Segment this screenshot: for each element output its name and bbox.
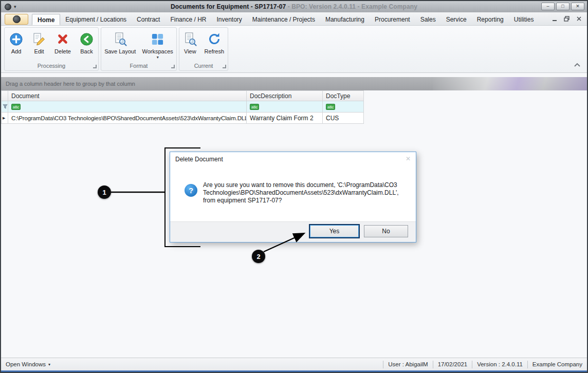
ribbon: Add Edit Delete (1, 26, 587, 73)
tab-home[interactable]: Home (32, 14, 60, 25)
tab-maintenance-projects[interactable]: Maintenance / Projects (247, 14, 320, 25)
grid-filter-row: aBc aBc aBc (1, 101, 364, 113)
statusbar: Open Windows ▾ User : AbigailM 17/02/202… (1, 358, 587, 370)
tab-service[interactable]: Service (441, 14, 472, 25)
refresh-button[interactable]: Refresh (203, 30, 226, 55)
yes-button[interactable]: Yes (310, 225, 359, 237)
cell-document[interactable]: C:\ProgramData\CO3 Technologies\BPO\Shar… (8, 113, 247, 124)
group-panel-decoration (433, 77, 587, 90)
tab-sales[interactable]: Sales (415, 14, 441, 25)
add-icon (9, 31, 24, 47)
edit-icon (32, 31, 46, 47)
dialog-titlebar: Delete Document ✕ (170, 152, 416, 166)
back-icon (79, 31, 94, 47)
group-caption-format: Format (101, 63, 176, 70)
callout-2-badge: 2 (252, 250, 265, 263)
row-indicator: ▶ (1, 113, 8, 124)
filter-cell-docdescription[interactable]: aBc (247, 101, 323, 113)
ribbon-group-processing: Add Edit Delete (4, 27, 99, 71)
group-dialog-launcher-icon[interactable] (93, 65, 97, 68)
cell-docdescription[interactable]: Warranty Claim Form 2 (247, 113, 323, 124)
table-row[interactable]: ▶ C:\ProgramData\CO3 Technologies\BPO\Sh… (1, 113, 364, 124)
group-by-panel[interactable]: Drag a column header here to group by th… (1, 77, 587, 90)
maximize-button[interactable]: □ (556, 3, 569, 10)
view-icon (183, 31, 197, 47)
delete-icon (56, 31, 70, 47)
callout-1-badge: 1 (98, 185, 111, 199)
ribbon-tab-bar: Home Equipment / Locations Contract Fina… (1, 12, 587, 26)
window-bottom-accent (1, 370, 587, 372)
filter-cell-document[interactable]: aBc (8, 101, 247, 113)
tab-equipment-locations[interactable]: Equipment / Locations (60, 14, 132, 25)
column-header-docdescription[interactable]: DocDescription (247, 90, 323, 101)
header-selector-cell (1, 90, 8, 101)
titlebar-dropdown-icon[interactable]: ▾ (14, 4, 16, 9)
app-logo-icon[interactable] (5, 4, 11, 10)
tab-manufacturing[interactable]: Manufacturing (320, 14, 370, 25)
group-caption-current: Current (179, 63, 228, 70)
status-company: Example Company (528, 361, 587, 367)
open-windows-button[interactable]: Open Windows ▾ (1, 361, 50, 367)
abc-filter-icon: aBc (250, 104, 259, 110)
status-user: User : AbigailM (383, 361, 432, 367)
question-icon: ? (185, 184, 197, 197)
group-dialog-launcher-icon[interactable] (223, 65, 226, 68)
column-header-doctype[interactable]: DocType (323, 90, 364, 101)
tab-finance-hr[interactable]: Finance / HR (165, 14, 211, 25)
ribbon-group-current: View Refresh Current (179, 27, 228, 71)
ribbon-group-format: Save Layout Workspaces ▾ Format (101, 27, 177, 71)
save-layout-icon (113, 31, 127, 47)
mdi-close-button[interactable] (576, 16, 582, 22)
save-layout-button[interactable]: Save Layout (103, 30, 137, 55)
delete-button[interactable]: Delete (53, 30, 72, 55)
dialog-close-icon[interactable]: ✕ (406, 155, 411, 162)
tab-reporting[interactable]: Reporting (472, 14, 509, 25)
group-caption-processing-label: Processing (38, 63, 65, 69)
refresh-button-label: Refresh (205, 48, 225, 54)
column-header-document[interactable]: Document (8, 90, 247, 101)
window-title-suffix: - BPO: Version 2.4.0.11 - Example Compan… (286, 3, 417, 10)
dialog-title: Delete Document (175, 156, 223, 163)
mdi-minimize-button[interactable] (552, 16, 558, 22)
grid-column-headers: Document DocDescription DocType (1, 90, 364, 101)
tab-procurement[interactable]: Procurement (370, 14, 415, 25)
tab-utilities[interactable]: Utilities (509, 14, 539, 25)
workspaces-dropdown-icon: ▾ (157, 56, 159, 59)
cell-doctype[interactable]: CUS (323, 113, 364, 124)
add-button-label: Add (11, 48, 22, 54)
group-caption-current-label: Current (194, 63, 213, 69)
application-menu-button[interactable] (5, 14, 28, 25)
tab-contract[interactable]: Contract (132, 14, 165, 25)
no-button[interactable]: No (364, 225, 408, 237)
row-indicator-icon: ▶ (3, 116, 5, 120)
save-layout-button-label: Save Layout (104, 48, 136, 54)
titlebar: ▾ Documents for Equipment - SP1717-07 - … (1, 1, 587, 12)
filter-cell-doctype[interactable]: aBc (323, 101, 364, 113)
abc-filter-icon: aBc (326, 104, 335, 110)
edit-button[interactable]: Edit (30, 30, 48, 55)
abc-filter-icon: aBc (11, 104, 21, 110)
open-windows-label: Open Windows (6, 361, 46, 367)
edit-button-label: Edit (34, 48, 44, 54)
add-button[interactable]: Add (7, 30, 25, 55)
status-version: Version : 2.4.0.11 (472, 361, 527, 367)
minimize-button[interactable]: – (541, 3, 555, 10)
filter-icon[interactable] (1, 101, 8, 113)
tab-inventory[interactable]: Inventory (211, 14, 247, 25)
close-button[interactable]: ✕ (571, 3, 584, 10)
workspaces-button-label: Workspaces (142, 48, 173, 54)
window-title: Documents for Equipment - SP1717-07 - BP… (1, 3, 587, 10)
dialog-footer: Yes No (170, 221, 416, 242)
view-button-label: View (184, 48, 196, 54)
app-menu-logo-icon (13, 15, 21, 23)
view-button[interactable]: View (181, 30, 199, 55)
workspaces-icon (151, 31, 164, 47)
delete-button-label: Delete (54, 48, 71, 54)
group-dialog-launcher-icon[interactable] (171, 65, 175, 68)
open-windows-caret-icon: ▾ (48, 362, 50, 367)
mdi-restore-button[interactable] (564, 16, 570, 22)
workspaces-button[interactable]: Workspaces ▾ (141, 30, 175, 60)
collapse-ribbon-icon[interactable] (574, 60, 581, 69)
back-button[interactable]: Back (78, 30, 96, 55)
delete-document-dialog: Delete Document ✕ ? Are you sure you wan… (170, 152, 416, 243)
